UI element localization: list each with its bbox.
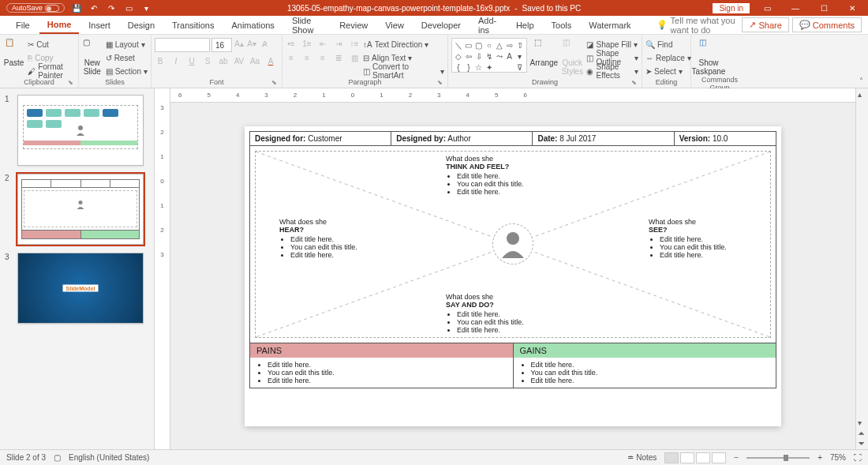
close-icon[interactable]: ✕ [841,1,863,15]
zoom-slider[interactable] [746,457,810,459]
font-family-combo[interactable] [155,38,210,52]
clipboard-launcher-icon[interactable]: ⬊ [68,79,73,86]
find-button[interactable]: 🔍Find [645,38,691,51]
new-slide-button[interactable]: ▢ New Slide [82,38,103,76]
scroll-up-icon[interactable]: ▴ [858,90,862,99]
autosave-toggle[interactable]: AutoSave [6,3,65,13]
sorter-view-icon[interactable] [680,452,694,463]
comments-button[interactable]: 💬Comments [792,17,862,32]
smartart-button[interactable]: ◫Convert to SmartArt ▾ [363,65,444,77]
decrease-font-icon[interactable]: A▾ [246,38,257,49]
tab-addins[interactable]: Add-ins [470,13,507,38]
quick-styles-button[interactable]: ◫Quick Styles [561,38,583,76]
slide-thumbnail-1[interactable] [17,95,144,166]
shape-arrow3-icon[interactable]: ⇩ [476,52,482,61]
start-slideshow-icon[interactable]: ▭ [123,2,134,13]
increase-font-icon[interactable]: A▴ [234,38,245,49]
cut-button[interactable]: ✂Cut [28,38,75,51]
maximize-icon[interactable]: ☐ [813,1,835,15]
shape-dropdown-icon[interactable]: ⊽ [517,63,522,72]
vertical-scrollbar[interactable]: ▴ ▾ ⏶ ⏷ [855,88,868,449]
slide-thumbnail-3[interactable]: SlideModel [17,253,144,324]
indent-inc-icon[interactable]: ⇥ [333,38,344,49]
shape-brace-icon[interactable]: { [457,63,459,72]
justify-icon[interactable]: ≣ [333,52,344,63]
reset-button[interactable]: ↺Reset [106,51,148,64]
spacing-icon[interactable]: AV [234,55,245,66]
qat-dropdown-icon[interactable]: ▾ [140,2,152,13]
notes-button[interactable]: ≐ Notes [627,453,657,462]
tab-slideshow[interactable]: Slide Show [284,13,330,38]
slide-canvas[interactable]: Designed for: Customer Designed by: Auth… [245,126,781,426]
fit-to-window-icon[interactable]: ⛶ [854,453,862,462]
save-icon[interactable]: 💾 [71,2,82,13]
tell-me-search[interactable]: 💡 Tell me what you want to do [657,16,741,35]
tab-transitions[interactable]: Transitions [164,17,222,33]
tab-review[interactable]: Review [331,17,376,33]
drawing-launcher-icon[interactable]: ⬊ [631,79,637,86]
shape-conn-icon[interactable]: ↯ [486,52,492,61]
shape-more-icon[interactable]: ⇧ [517,41,523,50]
shape-effects-button[interactable]: ◉Shape Effects ▾ [586,65,638,77]
format-painter-button[interactable]: 🖌Format Painter [28,65,75,77]
align-left-icon[interactable]: ≡ [286,52,297,63]
case-icon[interactable]: Aa [249,55,260,66]
shape-text-icon[interactable]: A [507,52,512,61]
shape-arrow2-icon[interactable]: ⇦ [466,52,472,61]
show-taskpane-button[interactable]: ◫Show Taskpane [694,38,723,76]
signin-button[interactable]: Sign in [713,3,750,13]
undo-icon[interactable]: ↶ [88,2,99,13]
numbering-icon[interactable]: 1≡ [301,38,312,49]
shape-rect-icon[interactable]: ▭ [465,41,472,50]
zoom-in-icon[interactable]: + [817,453,822,462]
language-label[interactable]: English (United States) [69,453,149,462]
section-button[interactable]: ▤Section ▾ [106,65,148,77]
font-size-combo[interactable]: 16 [211,38,232,52]
font-color-icon[interactable]: A [265,55,276,66]
zoom-out-icon[interactable]: − [734,453,739,462]
tab-home[interactable]: Home [39,17,80,34]
scroll-down-icon[interactable]: ▾ [858,418,862,427]
arrange-button[interactable]: ⬚Arrange [530,38,559,67]
bold-icon[interactable]: B [155,55,166,66]
normal-view-icon[interactable] [664,452,679,463]
minimize-icon[interactable]: — [784,1,806,15]
tab-watermark[interactable]: Watermark [581,17,638,33]
tab-file[interactable]: File [8,17,38,33]
shape-arrow-icon[interactable]: ⇨ [507,41,513,50]
shape-round-icon[interactable]: ▢ [475,41,482,50]
shape-line-icon[interactable]: ＼ [455,40,462,51]
columns-icon[interactable]: ▥ [349,52,360,63]
prev-slide-icon[interactable]: ⏶ [858,429,866,437]
align-right-icon[interactable]: ≡ [317,52,328,63]
line-spacing-icon[interactable]: ↕≡ [349,38,360,49]
reading-view-icon[interactable] [696,452,710,463]
tab-animations[interactable]: Animations [223,17,282,33]
tab-design[interactable]: Design [120,17,163,33]
strike-icon[interactable]: S [202,55,213,66]
shapes-gallery[interactable]: ＼▭▢○△⇨⇧ ◇⇦⇩↯⤳A▾ {}☆✦⊽ [451,38,527,73]
replace-button[interactable]: ↔Replace ▾ [645,51,691,64]
shape-curve-icon[interactable]: ⤳ [496,52,503,61]
next-slide-icon[interactable]: ⏷ [858,439,866,448]
tab-tools[interactable]: Tools [544,17,580,33]
tab-insert[interactable]: Insert [80,17,118,33]
tab-view[interactable]: View [377,17,412,33]
shape-brace2-icon[interactable]: } [467,63,470,72]
italic-icon[interactable]: I [170,55,181,66]
select-button[interactable]: ➤Select ▾ [645,65,691,77]
align-center-icon[interactable]: ≡ [301,52,312,63]
underline-icon[interactable]: U [186,55,197,66]
bullets-icon[interactable]: •≡ [286,38,297,49]
font-launcher-icon[interactable]: ⬊ [271,79,277,86]
shape-star-icon[interactable]: ☆ [475,63,482,72]
tab-help[interactable]: Help [508,17,542,33]
layout-button[interactable]: ▦Layout ▾ [106,38,148,51]
share-button[interactable]: ↗Share [742,17,788,32]
tab-developer[interactable]: Developer [413,17,469,33]
slide-thumbnail-2[interactable] [17,174,144,245]
text-direction-button[interactable]: ↕AText Direction ▾ [363,38,444,51]
clear-format-icon[interactable]: A̷ [259,38,270,49]
ribbon-options-icon[interactable]: ▭ [756,1,778,15]
indent-dec-icon[interactable]: ⇤ [317,38,328,49]
